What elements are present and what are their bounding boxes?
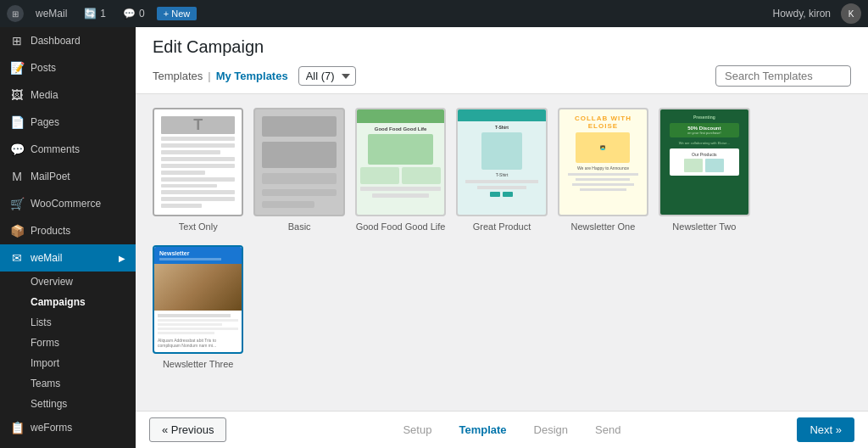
- sidebar-item-overview[interactable]: Overview: [0, 272, 136, 292]
- products-icon: 📦: [10, 224, 24, 238]
- admin-bar: ⊞ weMail 🔄 1 💬 0 + New Howdy, kiron K: [0, 0, 868, 27]
- sidebar-item-teams[interactable]: Teams: [0, 373, 136, 394]
- template-label-text-only: Text Only: [179, 221, 218, 232]
- sidebar-item-products[interactable]: 📦 Products: [0, 217, 136, 244]
- comments-link[interactable]: 💬 0: [118, 8, 150, 20]
- sidebar-item-dashboard[interactable]: ⊞ Dashboard: [0, 27, 136, 54]
- tab-templates[interactable]: Templates: [153, 66, 203, 86]
- sidebar-item-lists[interactable]: Lists: [0, 312, 136, 333]
- tab-separator: |: [208, 70, 210, 82]
- template-empty-slot: [760, 108, 851, 232]
- chevron-right-icon: ▶: [119, 254, 125, 263]
- sidebar-item-weforms[interactable]: 📋 weForms: [0, 414, 136, 441]
- templates-row-1: T: [153, 108, 851, 232]
- template-label-great-product: Great Product: [473, 221, 531, 232]
- templates-tabs: Templates | My Templates All (7): [153, 65, 851, 87]
- updates-icon: 🔄: [84, 8, 97, 20]
- template-filter-dropdown[interactable]: All (7): [298, 66, 356, 86]
- sidebar: ⊞ Dashboard 📝 Posts 🖼 Media 📄 Pages 💬 Co…: [0, 27, 136, 448]
- next-button[interactable]: Next »: [797, 417, 854, 442]
- wemail-icon: ✉: [10, 251, 24, 265]
- dashboard-icon: ⊞: [10, 34, 24, 48]
- sidebar-item-comments[interactable]: 💬 Comments: [0, 136, 136, 163]
- template-label-good-food: Good Food Good Life: [356, 221, 446, 232]
- template-good-food[interactable]: Good Food Good Life Good Foo: [355, 108, 446, 232]
- template-text-only[interactable]: T: [153, 108, 243, 232]
- media-icon: 🖼: [10, 88, 24, 102]
- comments-icon: 💬: [10, 143, 24, 156]
- wizard-step-send: Send: [595, 423, 620, 436]
- admin-bar-left: ⊞ weMail 🔄 1 💬 0 + New: [7, 5, 765, 22]
- sidebar-item-import[interactable]: Import: [0, 353, 136, 373]
- updates-link[interactable]: 🔄 1: [79, 8, 111, 20]
- template-label-basic: Basic: [288, 221, 311, 232]
- wizard-step-design: Design: [534, 423, 568, 436]
- sidebar-item-media[interactable]: 🖼 Media: [0, 81, 136, 109]
- comment-icon: 💬: [123, 8, 136, 20]
- wp-logo: ⊞: [7, 5, 24, 22]
- howdy-user: Howdy, kiron: [768, 8, 836, 20]
- sidebar-item-forms[interactable]: Forms: [0, 333, 136, 353]
- sidebar-item-mailpoet[interactable]: M MailPoet: [0, 163, 136, 190]
- page-title: Edit Campaign: [153, 37, 851, 57]
- template-great-product[interactable]: T-Shirt T-Shirt: [456, 108, 547, 232]
- sidebar-item-forums[interactable]: 💬 Forums: [0, 441, 136, 448]
- mailpoet-icon: M: [10, 170, 24, 183]
- content-area: Edit Campaign Templates | My Templates A…: [136, 27, 868, 448]
- pages-icon: 📄: [10, 115, 24, 129]
- template-newsletter-three[interactable]: Newsletter Aliquam Addressbat abit Tr: [153, 245, 243, 369]
- sidebar-item-wemail[interactable]: ✉ weMail ▶: [0, 244, 136, 272]
- sidebar-item-campaigns[interactable]: Campaigns: [0, 292, 136, 312]
- sidebar-item-woocommerce[interactable]: 🛒 WooCommerce: [0, 190, 136, 217]
- sidebar-item-pages[interactable]: 📄 Pages: [0, 109, 136, 136]
- template-label-newsletter-one: Newsletter One: [571, 221, 636, 232]
- wizard-bar: « Previous Setup Template Design Send Ne…: [136, 411, 868, 448]
- templates-row-2: Newsletter Aliquam Addressbat abit Tr: [153, 245, 851, 369]
- template-newsletter-one[interactable]: COLLAB WITH ELOISE 🧑‍💻 We are Happy to A…: [558, 108, 648, 232]
- admin-bar-right: Howdy, kiron K: [768, 3, 861, 24]
- weforms-icon: 📋: [10, 421, 24, 434]
- prev-button[interactable]: « Previous: [149, 417, 226, 442]
- templates-main: T: [136, 94, 868, 411]
- page-header: Edit Campaign Templates | My Templates A…: [136, 27, 868, 94]
- sidebar-item-posts[interactable]: 📝 Posts: [0, 54, 136, 81]
- tab-my-templates[interactable]: My Templates: [216, 66, 288, 86]
- wizard-step-setup: Setup: [403, 423, 431, 436]
- posts-icon: 📝: [10, 61, 24, 75]
- avatar: K: [841, 3, 861, 24]
- template-newsletter-two[interactable]: Presenting 50% Discount on your first pu…: [659, 108, 749, 232]
- template-basic[interactable]: Basic: [253, 108, 344, 232]
- woocommerce-icon: 🛒: [10, 197, 24, 210]
- new-button[interactable]: + New: [157, 7, 198, 20]
- template-label-newsletter-three: Newsletter Three: [163, 359, 234, 369]
- search-templates-input[interactable]: [715, 65, 851, 87]
- wizard-step-template: Template: [459, 423, 506, 436]
- sidebar-item-settings[interactable]: Settings: [0, 394, 136, 414]
- template-label-newsletter-two: Newsletter Two: [672, 221, 736, 232]
- site-name[interactable]: weMail: [31, 8, 72, 20]
- wizard-steps: Setup Template Design Send: [226, 423, 797, 436]
